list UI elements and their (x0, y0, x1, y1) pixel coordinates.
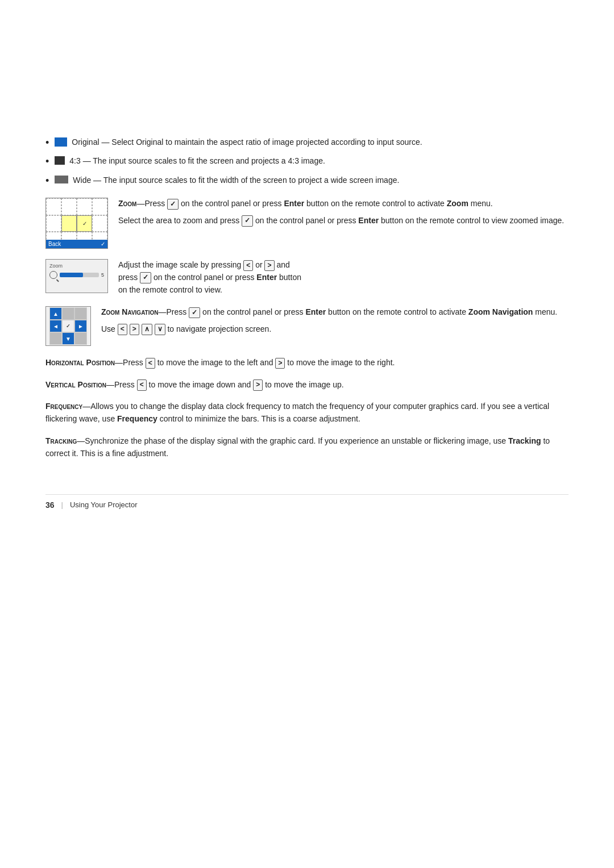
zoom-scale-line2: press ✓ on the control panel or press En… (118, 272, 569, 284)
zoom-bar-image: Zoom 5 (45, 259, 108, 293)
frequency-section: Frequency—Allows you to change the displ… (45, 400, 569, 425)
original-icon (55, 137, 67, 147)
zoom-enter3: Enter (256, 273, 277, 282)
zoom-nav-image: ▲ ◄ ✓ ► ▼ (45, 306, 91, 346)
zoom-scale-line1: Adjust the image scale by pressing < or … (118, 259, 569, 272)
zoom-scale-description: Adjust the image scale by pressing < or … (118, 259, 569, 296)
page-footer: 36 | Using Your Projector (45, 494, 569, 510)
43-text: 4:3 — The input source scales to fit the… (69, 155, 325, 167)
vertical-up-btn: > (253, 379, 263, 391)
original-text: Original — Select Original to maintain t… (72, 136, 422, 148)
vertical-down-btn: < (137, 379, 147, 391)
bullet-list: • Original — Select Original to maintain… (45, 136, 569, 187)
nav-empty2 (74, 307, 87, 320)
nav-check: ✓ (62, 320, 74, 332)
grid-cell (77, 198, 92, 215)
zoom-progress-fill (60, 273, 83, 277)
zoom-line1: Zoom—Press ✓ on the control panel or pre… (118, 198, 569, 210)
zoom-check-label: ✓ (101, 241, 105, 247)
grid-cell-check: ✓ (77, 215, 92, 232)
horizontal-text1: to move the image to the left and (157, 358, 276, 367)
zoom-nav-term: Zoom Navigation (101, 307, 159, 316)
zoom-scale-section: Zoom 5 Adjust the image scale by pressin… (45, 259, 569, 296)
horizontal-right-btn: > (275, 358, 285, 369)
zoom-less-btn: < (243, 260, 253, 272)
zoom-term: Zoom (118, 199, 136, 208)
zoom-nav-bold: Zoom Navigation (468, 307, 533, 316)
horizontal-left-btn: < (146, 358, 155, 369)
grid-cell (46, 215, 61, 232)
grid-cell (61, 198, 77, 215)
zoom-nav-description: Zoom Navigation—Press ✓ on the control p… (101, 306, 569, 335)
nav-right: ► (74, 320, 87, 332)
frequency-bold: Frequency (117, 414, 157, 423)
zoom-progress-bar (60, 273, 99, 277)
grid-cell-highlighted (61, 215, 77, 232)
zoom-enter1: Enter (284, 199, 304, 208)
wide-icon (55, 176, 68, 183)
footer-separator: | (61, 500, 63, 509)
zoom-bar-title: Zoom (49, 263, 104, 269)
tracking-text1: Synchronize the phase of the display sig… (85, 436, 508, 445)
vertical-section: Vertical Position—Press < to move the im… (45, 378, 569, 391)
zoom-nav-line2: Use < > ∧ ∨ to navigate projection scree… (101, 323, 569, 336)
footer-label: Using Your Projector (70, 500, 138, 509)
zoom-nav-right-btn: > (130, 324, 139, 335)
list-item-original: • Original — Select Original to maintain… (45, 136, 569, 149)
zoom-back-label: Back (48, 241, 61, 247)
vertical-text2: to move the image up. (265, 380, 344, 389)
zoom-btn1: ✓ (167, 199, 179, 210)
vertical-term: Vertical Position (45, 380, 106, 389)
nav-left: ◄ (49, 320, 62, 332)
page-number: 36 (45, 500, 55, 510)
zoom-line2: Select the area to zoom and press ✓ on t… (118, 215, 569, 227)
list-item-wide: • Wide — The input source scales to fit … (45, 174, 569, 187)
bullet-dot: • (45, 136, 49, 149)
zoom-btn2: ✓ (242, 215, 253, 227)
zoom-nav-enter1: Enter (305, 307, 326, 316)
zoom-nav-down-btn: ∨ (155, 324, 165, 335)
zoom-greater-btn: > (264, 260, 274, 272)
tracking-term: Tracking (45, 436, 77, 445)
zoom-nav-line1: Zoom Navigation—Press ✓ on the control p… (101, 306, 569, 319)
zoom-nav-section: ▲ ◄ ✓ ► ▼ Zoom Navigation—Press ✓ on the… (45, 306, 569, 346)
frequency-term: Frequency (45, 402, 82, 411)
grid-cell (46, 198, 61, 215)
zoom-scale-number: 5 (101, 272, 104, 278)
nav-down: ▼ (62, 332, 74, 345)
list-item-43: • 4:3 — The input source scales to fit t… (45, 155, 569, 168)
frequency-text2: control to minimize the bars. This is a … (157, 414, 360, 423)
bullet-dot: • (45, 174, 49, 187)
zoom-nav-btn1: ✓ (189, 307, 200, 319)
tracking-section: Tracking—Synchronize the phase of the di… (45, 435, 569, 460)
zoom-bold1: Zoom (447, 199, 468, 208)
zoom-description: Zoom—Press ✓ on the control panel or pre… (118, 198, 569, 227)
nav-up: ▲ (49, 307, 62, 320)
horizontal-term: Horizontal Position (45, 358, 115, 367)
wide-text: Wide — The input source scales to fit th… (73, 174, 399, 186)
zoom-check-btn: ✓ (140, 272, 151, 283)
bullet-dot: • (45, 155, 49, 168)
nav-empty4 (74, 332, 87, 345)
zoom-nav-left-btn: < (118, 324, 127, 335)
vertical-text1: to move the image down and (149, 380, 254, 389)
horizontal-section: Horizontal Position—Press < to move the … (45, 356, 569, 369)
grid-cell (92, 198, 107, 215)
magnifier-icon (49, 271, 57, 279)
nav-empty3 (49, 332, 62, 345)
nav-grid: ▲ ◄ ✓ ► ▼ (49, 307, 87, 345)
zoom-nav-up-btn: ∧ (142, 324, 152, 335)
page-content: • Original — Select Original to maintain… (45, 23, 569, 510)
43-icon (55, 156, 65, 165)
nav-empty1 (62, 307, 74, 320)
tracking-bold: Tracking (508, 436, 541, 445)
zoom-grid-footer: Back ✓ (46, 240, 107, 248)
zoom-section: ✓ Back ✓ Zoom—Press ✓ on the control pa (45, 198, 569, 249)
grid-cell (92, 215, 107, 232)
zoom-enter2: Enter (358, 216, 379, 225)
zoom-bar-row: 5 (49, 271, 104, 279)
zoom-grid-image: ✓ Back ✓ (45, 198, 108, 249)
horizontal-text2: to move the image to the right. (287, 358, 395, 367)
zoom-scale-line3: on the remote control to view. (118, 284, 569, 297)
